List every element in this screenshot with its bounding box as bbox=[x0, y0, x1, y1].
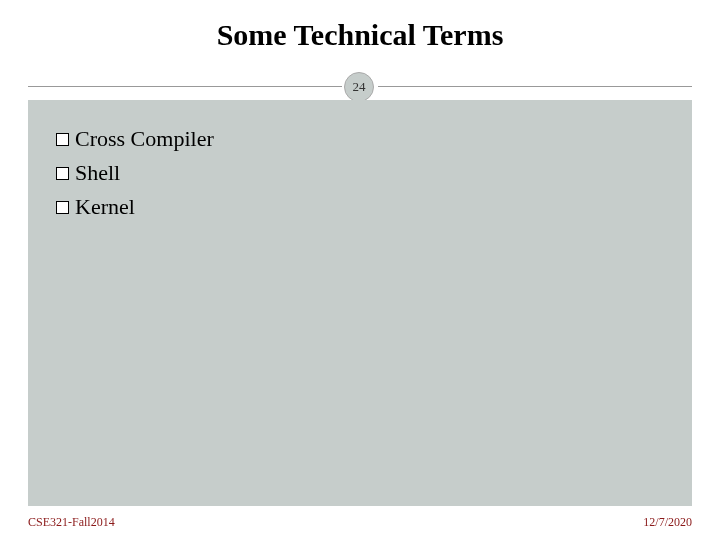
box-bullet-icon bbox=[56, 201, 69, 214]
box-bullet-icon bbox=[56, 167, 69, 180]
slide-number-badge: 24 bbox=[344, 72, 374, 102]
footer: CSE321-Fall2014 12/7/2020 bbox=[28, 515, 692, 530]
list-item-label: Cross Compiler bbox=[75, 122, 214, 156]
body: Cross Compiler Shell Kernel bbox=[28, 100, 692, 506]
footer-left: CSE321-Fall2014 bbox=[28, 515, 115, 530]
list-item: Kernel bbox=[56, 190, 664, 224]
divider: 24 bbox=[0, 72, 720, 100]
slide-number: 24 bbox=[353, 79, 366, 95]
footer-right: 12/7/2020 bbox=[643, 515, 692, 530]
slide: Some Technical Terms 24 Cross Compiler S… bbox=[0, 0, 720, 540]
box-bullet-icon bbox=[56, 133, 69, 146]
list-item-label: Shell bbox=[75, 156, 120, 190]
content: Cross Compiler Shell Kernel bbox=[28, 100, 692, 224]
list-item: Cross Compiler bbox=[56, 122, 664, 156]
divider-line-right bbox=[378, 86, 692, 87]
page-title: Some Technical Terms bbox=[0, 0, 720, 52]
divider-line-left bbox=[28, 86, 342, 87]
list-item: Shell bbox=[56, 156, 664, 190]
list-item-label: Kernel bbox=[75, 190, 135, 224]
